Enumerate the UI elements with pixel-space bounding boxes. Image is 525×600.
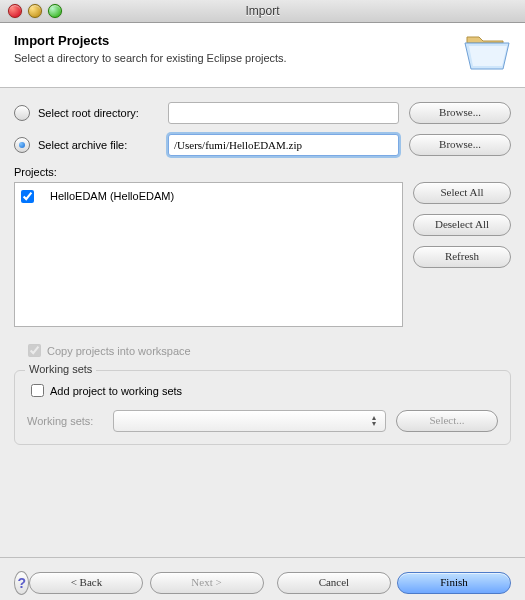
working-sets-combo[interactable]: ▴▾ (113, 410, 386, 432)
help-icon[interactable]: ? (14, 571, 29, 595)
next-button: Next > (150, 572, 264, 594)
root-directory-input[interactable] (168, 102, 399, 124)
root-directory-label: Select root directory: (38, 107, 168, 119)
deselect-all-button[interactable]: Deselect All (413, 214, 511, 236)
working-sets-legend: Working sets (25, 363, 96, 375)
project-checkbox[interactable] (21, 190, 34, 203)
root-directory-row: Select root directory: Browse... (14, 102, 511, 124)
select-working-set-button: Select... (396, 410, 498, 432)
browse-archive-button[interactable]: Browse... (409, 134, 511, 156)
archive-file-radio[interactable] (14, 137, 30, 153)
dialog-body: Select root directory: Browse... Select … (0, 88, 525, 453)
window-title: Import (0, 4, 525, 18)
archive-file-input[interactable] (168, 134, 399, 156)
dialog-header: Import Projects Select a directory to se… (0, 23, 525, 88)
browse-root-button[interactable]: Browse... (409, 102, 511, 124)
refresh-button[interactable]: Refresh (413, 246, 511, 268)
folder-import-icon (463, 33, 511, 75)
list-item[interactable]: HelloEDAM (HelloEDAM) (21, 187, 396, 205)
back-button[interactable]: < Back (29, 572, 143, 594)
copy-projects-row: Copy projects into workspace (24, 341, 511, 360)
root-directory-radio[interactable] (14, 105, 30, 121)
projects-label: Projects: (14, 166, 511, 178)
add-working-set-label: Add project to working sets (50, 385, 182, 397)
working-sets-group: Working sets Add project to working sets… (14, 370, 511, 445)
dialog-footer: ? < Back Next > Cancel Finish (0, 558, 525, 600)
page-title: Import Projects (14, 33, 287, 48)
copy-projects-label: Copy projects into workspace (47, 345, 191, 357)
finish-button[interactable]: Finish (397, 572, 511, 594)
projects-list[interactable]: HelloEDAM (HelloEDAM) (14, 182, 403, 327)
chevron-updown-icon: ▴▾ (367, 415, 381, 427)
select-all-button[interactable]: Select All (413, 182, 511, 204)
archive-file-row: Select archive file: Browse... (14, 134, 511, 156)
copy-projects-checkbox (28, 344, 41, 357)
working-sets-combo-label: Working sets: (27, 415, 113, 427)
add-working-set-checkbox[interactable] (31, 384, 44, 397)
titlebar: Import (0, 0, 525, 23)
page-subtitle: Select a directory to search for existin… (14, 52, 287, 64)
archive-file-label: Select archive file: (38, 139, 168, 151)
cancel-button[interactable]: Cancel (277, 572, 391, 594)
project-label: HelloEDAM (HelloEDAM) (50, 190, 174, 202)
